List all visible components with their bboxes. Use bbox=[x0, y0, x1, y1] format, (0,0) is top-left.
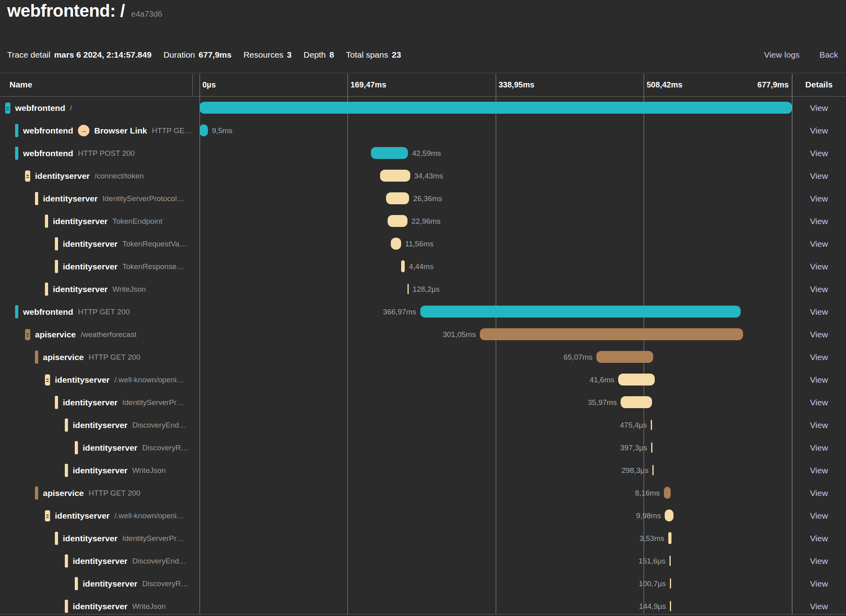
span-name-cell: apiserviceHTTP GET 200 bbox=[0, 482, 198, 504]
span-bar[interactable] bbox=[388, 215, 407, 227]
span-detail: DiscoveryEnd… bbox=[132, 557, 186, 566]
span-row[interactable]: webfrontendHTTP GET 200366,97msView bbox=[0, 300, 846, 323]
span-tick[interactable] bbox=[670, 601, 671, 611]
span-row[interactable]: apiservice/weatherforecast301,05msView bbox=[0, 323, 846, 346]
span-bar[interactable] bbox=[621, 396, 652, 408]
view-link[interactable]: View bbox=[792, 375, 846, 385]
span-name-cell: identityserver/.well-known/openi… bbox=[0, 504, 198, 527]
view-link[interactable]: View bbox=[792, 149, 846, 158]
span-resource-name: identityserver bbox=[73, 466, 128, 475]
span-row[interactable]: identityserver/.well-known/openi…9,98msV… bbox=[0, 504, 846, 527]
span-duration-label: 301,05ms bbox=[442, 330, 475, 339]
span-name-cell: identityserver/.well-known/openi… bbox=[0, 368, 198, 391]
view-link[interactable]: View bbox=[792, 602, 846, 611]
span-kind-icon bbox=[65, 418, 68, 432]
span-row[interactable]: identityserverIdentityServerPr…35,97msVi… bbox=[0, 391, 846, 414]
span-name-cell: identityserverWriteJson bbox=[0, 278, 198, 300]
trace-actions: View logs Back bbox=[764, 50, 838, 60]
span-row[interactable]: apiserviceHTTP GET 20065,07msView bbox=[0, 346, 846, 368]
view-link[interactable]: View bbox=[792, 239, 846, 249]
span-row[interactable]: webfrontend→Browser LinkHTTP GE…9,5msVie… bbox=[0, 119, 846, 142]
span-detail: TokenEndpoint bbox=[113, 217, 163, 226]
span-bar[interactable] bbox=[391, 238, 401, 250]
span-row[interactable]: identityserver/connect/token34,43msView bbox=[0, 165, 846, 187]
span-row[interactable]: identityserverWriteJson128,2µsView bbox=[0, 278, 846, 300]
span-tick[interactable] bbox=[407, 284, 409, 294]
span-row[interactable]: identityserverTokenEndpoint22,96msView bbox=[0, 210, 846, 232]
view-link[interactable]: View bbox=[792, 194, 846, 203]
span-row[interactable]: identityserverTokenResponse…4,44msView bbox=[0, 255, 846, 278]
view-link[interactable]: View bbox=[792, 420, 846, 430]
span-row[interactable]: identityserverDiscoveryR…397,3µsView bbox=[0, 436, 846, 459]
duration-value: 677,9ms bbox=[199, 50, 232, 60]
span-tick[interactable] bbox=[652, 465, 654, 475]
span-bar[interactable] bbox=[380, 170, 410, 182]
view-link[interactable]: View bbox=[792, 398, 846, 407]
span-row[interactable]: identityserverTokenRequestVa…11,56msView bbox=[0, 232, 846, 255]
view-link[interactable]: View bbox=[792, 488, 846, 498]
span-row[interactable]: identityserverDiscoveryEnd…475,4µsView bbox=[0, 414, 846, 436]
view-link[interactable]: View bbox=[792, 285, 846, 294]
span-bar[interactable] bbox=[596, 351, 653, 363]
span-row[interactable]: webfrontend/View bbox=[0, 97, 846, 119]
view-link[interactable]: View bbox=[792, 126, 846, 136]
view-link[interactable]: View bbox=[792, 353, 846, 362]
span-row[interactable]: identityserverDiscoveryR…100,7µsView bbox=[0, 572, 846, 595]
view-logs-link[interactable]: View logs bbox=[764, 50, 800, 60]
view-link[interactable]: View bbox=[792, 217, 846, 226]
span-bar[interactable] bbox=[200, 124, 208, 136]
span-kind-icon bbox=[15, 124, 18, 137]
view-link[interactable]: View bbox=[792, 534, 846, 543]
span-row[interactable]: identityserver/.well-known/openi…41,6msV… bbox=[0, 368, 846, 391]
span-bar[interactable] bbox=[668, 532, 671, 544]
span-tick[interactable] bbox=[651, 442, 652, 453]
view-link[interactable]: View bbox=[792, 307, 846, 317]
span-row[interactable]: webfrontendHTTP POST 20042,59msView bbox=[0, 142, 846, 165]
span-row[interactable]: apiserviceHTTP GET 2008,16msView bbox=[0, 482, 846, 504]
span-row[interactable]: identityserverDiscoveryEnd…151,6µsView bbox=[0, 550, 846, 572]
trace-detail-pair: Trace detail mars 6 2024, 2:14:57.849 bbox=[7, 50, 151, 60]
view-link[interactable]: View bbox=[792, 556, 846, 566]
span-duration-label: 22,96ms bbox=[411, 217, 440, 226]
span-resource-name: webfrontend bbox=[15, 103, 65, 113]
span-tick[interactable] bbox=[651, 420, 652, 430]
span-detail: DiscoveryR… bbox=[142, 444, 188, 452]
view-link[interactable]: View bbox=[792, 466, 846, 475]
span-bar[interactable] bbox=[664, 487, 671, 499]
span-resource-name: webfrontend bbox=[23, 307, 73, 317]
view-link[interactable]: View bbox=[792, 103, 846, 113]
view-link[interactable]: View bbox=[792, 579, 846, 589]
span-duration-label: 42,59ms bbox=[412, 149, 441, 158]
view-link[interactable]: View bbox=[792, 511, 846, 521]
span-tick[interactable] bbox=[669, 556, 671, 566]
span-duration-label: 144,9µs bbox=[639, 602, 666, 611]
span-bar[interactable] bbox=[401, 260, 405, 272]
view-link[interactable]: View bbox=[792, 330, 846, 339]
span-row[interactable]: identityserverWriteJson144,9µsView bbox=[0, 595, 846, 616]
span-bar[interactable] bbox=[371, 147, 408, 159]
span-resource-name: identityserver bbox=[55, 375, 110, 385]
span-bar[interactable] bbox=[200, 102, 792, 114]
span-bar[interactable] bbox=[618, 374, 654, 385]
view-link[interactable]: View bbox=[792, 262, 846, 271]
span-name-cell: identityserverIdentityServerPr… bbox=[0, 391, 198, 414]
span-duration-label: 9,98ms bbox=[636, 511, 661, 520]
back-link[interactable]: Back bbox=[819, 50, 838, 60]
span-row[interactable]: identityserverIdentityServerPr…3,53msVie… bbox=[0, 527, 846, 550]
span-kind-icon bbox=[75, 577, 78, 590]
span-tick[interactable] bbox=[670, 578, 671, 589]
span-name-cell: webfrontend→Browser LinkHTTP GE… bbox=[0, 119, 198, 142]
span-row[interactable]: identityserverWriteJson298,3µsView bbox=[0, 459, 846, 482]
span-bar[interactable] bbox=[665, 509, 673, 521]
view-link[interactable]: View bbox=[792, 171, 846, 181]
axis-tick-label: 508,42ms bbox=[646, 80, 682, 89]
span-bar[interactable] bbox=[386, 192, 409, 204]
view-link[interactable]: View bbox=[792, 443, 846, 453]
span-resource-name: identityserver bbox=[53, 285, 108, 294]
span-bar[interactable] bbox=[480, 328, 743, 340]
span-resource-name: identityserver bbox=[43, 194, 98, 203]
span-row[interactable]: identityserverIdentityServerProtocol…26,… bbox=[0, 187, 846, 210]
span-bar[interactable] bbox=[420, 306, 741, 318]
span-duration-label: 397,3µs bbox=[620, 444, 647, 452]
span-resource-name: apiservice bbox=[43, 488, 84, 498]
